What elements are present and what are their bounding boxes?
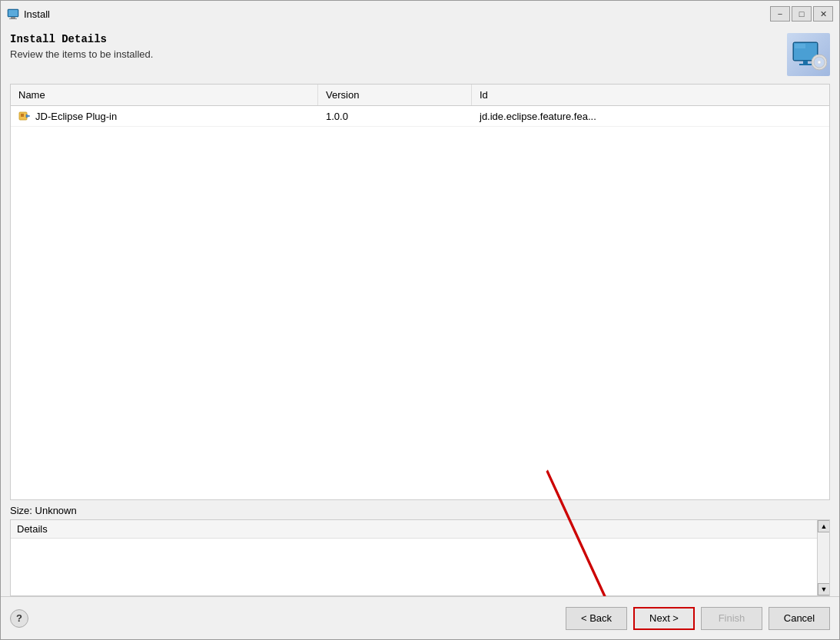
details-label: Details — [11, 520, 829, 539]
minimize-button[interactable]: − — [770, 6, 790, 22]
svg-rect-13 — [21, 114, 24, 117]
svg-rect-2 — [11, 17, 15, 18]
header-section: Install Details Review the items to be i… — [10, 33, 830, 76]
details-section: Details ▲ ▼ — [10, 519, 830, 596]
cancel-button[interactable]: Cancel — [769, 607, 830, 630]
svg-marker-14 — [26, 114, 30, 118]
cell-id: jd.ide.eclipse.feature.fea... — [472, 106, 829, 126]
install-window: Install − □ ✕ Install Details Review the… — [0, 0, 840, 640]
back-button[interactable]: < Back — [566, 607, 627, 630]
table-row[interactable]: JD-Eclipse Plug-in 1.0.0 jd.ide.eclipse.… — [11, 106, 829, 127]
footer-right: < Back Next > Finish Cancel — [566, 607, 830, 630]
window-icon — [7, 8, 19, 20]
footer-left: ? — [10, 609, 28, 628]
cell-version: 1.0.0 — [318, 106, 472, 126]
header-text: Install Details Review the items to be i… — [10, 33, 153, 60]
col-version-header: Version — [318, 85, 472, 105]
details-wrapper: Details ▲ ▼ — [10, 519, 830, 596]
next-button[interactable]: Next > — [633, 607, 695, 630]
svg-rect-10 — [803, 61, 808, 64]
svg-point-9 — [818, 61, 821, 64]
cell-name: JD-Eclipse Plug-in — [11, 106, 318, 126]
items-table: Name Version Id JD-Eclipse Plug-in — [10, 84, 830, 500]
page-subtitle: Review the items to be installed. — [10, 48, 153, 60]
col-name-header: Name — [11, 85, 318, 105]
col-id-header: Id — [472, 85, 829, 105]
window-title: Install — [24, 8, 770, 20]
close-button[interactable]: ✕ — [813, 6, 833, 22]
finish-button[interactable]: Finish — [701, 607, 762, 630]
help-button[interactable]: ? — [10, 609, 28, 628]
details-scrollbar: ▲ ▼ — [817, 520, 829, 595]
page-title: Install Details — [10, 33, 153, 45]
table-body: JD-Eclipse Plug-in 1.0.0 jd.ide.eclipse.… — [11, 106, 829, 499]
svg-rect-1 — [8, 10, 18, 16]
title-bar: Install − □ ✕ — [1, 1, 839, 25]
scroll-up-button[interactable]: ▲ — [818, 520, 830, 532]
plugin-icon — [18, 110, 31, 122]
svg-rect-11 — [799, 64, 812, 65]
restore-button[interactable]: □ — [792, 6, 812, 22]
size-section: Size: Unknown — [10, 500, 830, 519]
svg-rect-6 — [795, 44, 805, 48]
table-header: Name Version Id — [11, 85, 829, 106]
footer-area: ? < Back Next > Finish Cancel — [1, 596, 839, 639]
content-area: Install Details Review the items to be i… — [1, 25, 839, 596]
size-label: Size: Unknown — [10, 505, 77, 516]
svg-rect-3 — [9, 18, 17, 19]
scroll-down-button[interactable]: ▼ — [818, 583, 830, 595]
window-controls: − □ ✕ — [770, 6, 833, 22]
header-icon — [787, 33, 830, 76]
